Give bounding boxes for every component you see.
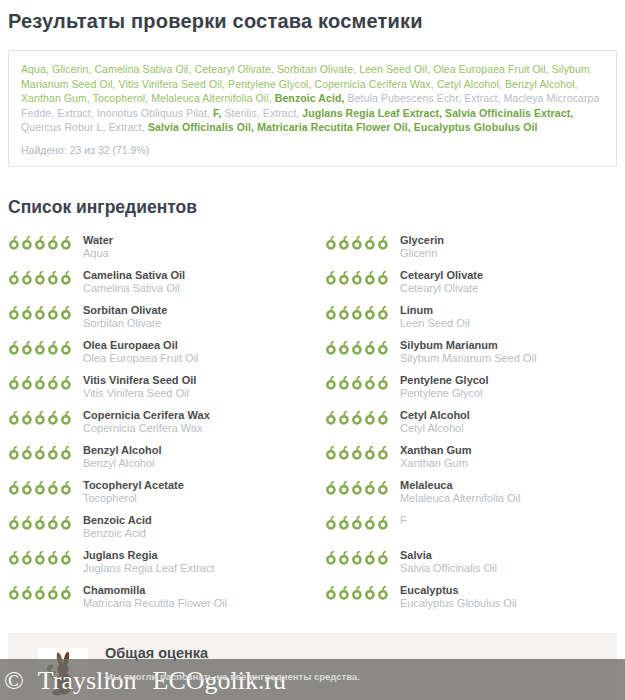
ingredient-item[interactable]: Cetearyl OlivateCetearyl Olivate xyxy=(325,269,617,295)
ingredient-title[interactable]: Juglans Regia xyxy=(83,549,214,562)
ingredient-subtitle: Olea Europaea Fruit Oil xyxy=(83,352,199,365)
ingredient-item[interactable]: Pentylene GlycolPentylene Glycol xyxy=(325,374,617,400)
ingredient-subtitle: Glicerin xyxy=(400,247,444,260)
ingredient-title[interactable]: Benzoic Acid xyxy=(83,514,152,527)
ingredient-item[interactable]: Benzoic AcidBenzoic Acid xyxy=(8,514,325,540)
summary-note: Мы смогли распознать не все ингредиенты … xyxy=(105,671,360,682)
rating-apples-icon xyxy=(325,236,393,250)
ingredient-title[interactable]: Benzyl Alcohol xyxy=(83,444,161,457)
ingredient-item[interactable]: F xyxy=(325,514,617,540)
rating-apples-icon xyxy=(8,446,76,460)
ingredient-segment: Extract, xyxy=(57,107,96,119)
ingredient-item[interactable]: Vitis Vinifera Seed OilVitis Vinifera Se… xyxy=(8,374,325,400)
ingredient-texts: LinumLeen Seed Oil xyxy=(400,304,470,330)
ingredient-item[interactable]: ChamomillaMatricaria Recutita Flower Oil xyxy=(8,584,325,610)
ingredient-texts: Pentylene GlycolPentylene Glycol xyxy=(400,374,489,400)
ingredient-item[interactable]: MelaleucaMelaleuca Alternifolia Oil xyxy=(325,479,617,505)
ingredient-segment: Tocopherol, xyxy=(93,92,151,104)
ingredient-segment: Salvia Officinalis Extract, xyxy=(445,107,573,119)
ingredient-subtitle: Salvia Officinalis Oil xyxy=(400,562,497,575)
rating-apples-icon xyxy=(325,446,393,460)
rating-apples-icon xyxy=(8,236,76,250)
ingredient-title[interactable]: Sorbitan Olivate xyxy=(83,304,167,317)
ingredient-title[interactable]: Eucalyptus xyxy=(400,584,517,597)
ingredient-item[interactable]: Benzyl AlcoholBenzyl Alcohol xyxy=(8,444,325,470)
rating-apples-icon xyxy=(8,271,76,285)
ingredient-title[interactable]: Tocopheryl Acetate xyxy=(83,479,184,492)
ingredient-texts: F xyxy=(400,514,407,527)
ingredient-item[interactable]: WaterAqua xyxy=(8,234,325,260)
ingredient-item[interactable]: EucalyptusEucalyptus Globulus Oil xyxy=(325,584,617,610)
ingredient-title[interactable]: Water xyxy=(83,234,113,247)
ingredient-segment: Eucalyptus Globulus Oil xyxy=(414,121,538,133)
ingredient-segment: Camelina Sativa Oil, xyxy=(94,63,194,75)
ingredient-subtitle: Cetyl Alcohol xyxy=(400,422,470,435)
ingredient-segment: Quercus Robur L, xyxy=(21,121,109,133)
ingredient-title[interactable]: Salvia xyxy=(400,549,497,562)
rating-apples-icon xyxy=(325,271,393,285)
ingredient-subtitle: Eucalyptus Globulus Oil xyxy=(400,597,517,610)
ingredient-title[interactable]: Copernicia Cerifera Wax xyxy=(83,409,210,422)
ingredient-segment: Leen Seed Oil, xyxy=(359,63,433,75)
ingredient-item[interactable]: LinumLeen Seed Oil xyxy=(325,304,617,330)
ingredient-title[interactable]: Olea Europaea Oil xyxy=(83,339,199,352)
ingredient-texts: Tocopheryl AcetateTocopherol xyxy=(83,479,184,505)
ingredient-segment: Copernicia Cerifera Wax, xyxy=(315,78,437,90)
ingredient-title[interactable]: Xanthan Gum xyxy=(400,444,472,457)
ingredient-subtitle: Juglans Regia Leaf Extract xyxy=(83,562,214,575)
ingredient-item[interactable]: Sorbitan OlivateSorbitan Olivate xyxy=(8,304,325,330)
ingredient-item[interactable]: Xanthan GumXanthan Gum xyxy=(325,444,617,470)
ingredient-segment: Benzoic Acid, xyxy=(275,92,348,104)
ingredient-item[interactable]: Olea Europaea OilOlea Europaea Fruit Oil xyxy=(8,339,325,365)
rating-apples-icon xyxy=(8,306,76,320)
ingredient-title[interactable]: Camelina Sativa Oil xyxy=(83,269,185,282)
ingredient-segment: Inonotus Obliquus Pilat, xyxy=(97,107,213,119)
ingredient-title[interactable]: Cetearyl Olivate xyxy=(400,269,483,282)
ingredients-heading: Список ингредиентов xyxy=(8,197,617,218)
rating-apples-icon xyxy=(8,551,76,565)
rating-apples-icon xyxy=(8,481,76,495)
rating-apples-icon xyxy=(325,551,393,565)
ingredient-segment: Betula Pubescens Echr, xyxy=(348,92,465,104)
rating-apples-icon xyxy=(8,341,76,355)
rating-apples-icon xyxy=(8,516,76,530)
rating-apples-icon xyxy=(8,376,76,390)
rating-apples-icon xyxy=(325,411,393,425)
ingredient-title[interactable]: Melaleuca xyxy=(400,479,520,492)
ingredient-subtitle: Silybum Marianum Seed Oil xyxy=(400,352,536,365)
rating-apples-icon xyxy=(325,341,393,355)
found-count: Найдено: 23 из 32 (71.9%) xyxy=(21,144,604,156)
ingredient-subtitle: Copernicia Cerifera Wax xyxy=(83,422,210,435)
ingredient-segment: Sorbitan Olivate, xyxy=(277,63,359,75)
ingredient-title[interactable]: Glycerin xyxy=(400,234,444,247)
ingredient-texts: Camelina Sativa OilCamelina Sativa Oil xyxy=(83,269,185,295)
ingredient-title[interactable]: Cetyl Alcohol xyxy=(400,409,470,422)
rating-apples-icon xyxy=(325,306,393,320)
ingredient-segment: Salvia Officinalis Oil, xyxy=(148,121,257,133)
ingredient-title[interactable]: Linum xyxy=(400,304,470,317)
ingredient-item[interactable]: Silybum MarianumSilybum Marianum Seed Oi… xyxy=(325,339,617,365)
ingredient-item[interactable]: GlycerinGlicerin xyxy=(325,234,617,260)
ingredient-title[interactable]: Vitis Vinifera Seed Oil xyxy=(83,374,196,387)
rating-apples-icon xyxy=(8,586,76,600)
ingredient-item[interactable]: Camelina Sativa OilCamelina Sativa Oil xyxy=(8,269,325,295)
rating-apples-icon xyxy=(325,516,393,530)
ingredient-subtitle: Leen Seed Oil xyxy=(400,317,470,330)
ingredient-item[interactable]: Tocopheryl AcetateTocopherol xyxy=(8,479,325,505)
ingredient-item[interactable]: SalviaSalvia Officinalis Oil xyxy=(325,549,617,575)
ingredient-title[interactable]: Chamomilla xyxy=(83,584,227,597)
ingredient-texts: EucalyptusEucalyptus Globulus Oil xyxy=(400,584,517,610)
ingredient-texts: GlycerinGlicerin xyxy=(400,234,444,260)
ingredient-texts: SalviaSalvia Officinalis Oil xyxy=(400,549,497,575)
rating-apples-icon xyxy=(325,376,393,390)
ingredient-item[interactable]: Cetyl AlcoholCetyl Alcohol xyxy=(325,409,617,435)
ingredient-title[interactable]: Silybum Marianum xyxy=(400,339,536,352)
ingredient-item[interactable]: Copernicia Cerifera WaxCopernicia Cerife… xyxy=(8,409,325,435)
ingredient-title[interactable]: Pentylene Glycol xyxy=(400,374,489,387)
rating-apples-icon xyxy=(325,481,393,495)
ingredient-texts: Benzoic AcidBenzoic Acid xyxy=(83,514,152,540)
ingredient-texts: Cetyl AlcoholCetyl Alcohol xyxy=(400,409,470,435)
ingredient-texts: Olea Europaea OilOlea Europaea Fruit Oil xyxy=(83,339,199,365)
ingredient-item[interactable]: Juglans RegiaJuglans Regia Leaf Extract xyxy=(8,549,325,575)
ingredient-segment: Glicerin, xyxy=(52,63,94,75)
